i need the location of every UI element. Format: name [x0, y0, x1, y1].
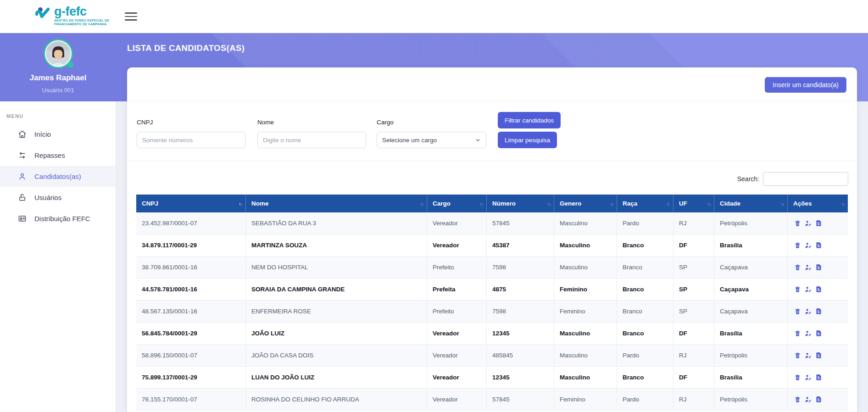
insert-candidate-button[interactable]: Inserir um candidato(a) [765, 77, 846, 93]
clear-search-button[interactable]: Limpar pesquisa [498, 132, 557, 148]
edit-button[interactable] [805, 242, 812, 249]
cell-numero: 45387 [487, 234, 554, 256]
user-role: Usuário 001 [0, 87, 116, 94]
delete-button[interactable] [794, 286, 801, 293]
document-button[interactable] [815, 330, 822, 337]
menu-toggle-button[interactable] [125, 11, 139, 22]
cell-uf: RJ [673, 212, 714, 234]
edit-button[interactable] [805, 308, 812, 315]
cell-cargo: Vereador [427, 323, 487, 345]
delete-button[interactable] [794, 374, 801, 381]
row-actions [788, 323, 848, 345]
edit-button[interactable] [805, 286, 812, 293]
table-search: Search: [737, 172, 848, 186]
column-header[interactable]: CNPJ↑↓ [136, 195, 246, 212]
table-row: 58.896.150/0001-07JOÃO DA CASA DOISVerea… [136, 345, 848, 367]
document-button[interactable] [815, 220, 822, 227]
cell-raca: Branco [617, 278, 673, 301]
user-name: James Raphael [0, 73, 116, 83]
cell-genero: Masculino [554, 367, 617, 389]
document-button[interactable] [815, 242, 822, 249]
sidebar-profile: James Raphael Usuário 001 [0, 33, 116, 101]
cell-nome: ENFERMEIRA ROSE [246, 301, 427, 323]
sort-icon: ↑↓ [610, 200, 613, 207]
delete-button[interactable] [794, 396, 801, 403]
document-button[interactable] [815, 396, 822, 403]
column-header[interactable]: Cidade↑↓ [714, 195, 788, 212]
edit-button[interactable] [805, 330, 812, 337]
cell-cargo: Vereador [427, 389, 487, 411]
column-header[interactable]: Raça↑↓ [617, 195, 673, 212]
column-header[interactable]: Cargo↑↓ [427, 195, 487, 212]
row-actions [788, 278, 848, 301]
delete-icon [794, 286, 801, 293]
id-card-icon [18, 214, 27, 223]
brand-tagline: GESTÃO DO FUNDO ESPECIAL DE FINANCIAMENT… [54, 19, 109, 26]
sidebar-item-distribuicao-fefc[interactable]: Distribuição FEFC [0, 208, 116, 229]
document-button[interactable] [815, 352, 822, 359]
delete-button[interactable] [794, 330, 801, 337]
sidebar-item-repasses[interactable]: Repasses [0, 145, 116, 166]
delete-button[interactable] [794, 352, 801, 359]
content-card: Inserir um candidato(a) CNPJ Nome Cargo … [127, 67, 857, 412]
column-header[interactable]: Nome↑↓ [246, 195, 427, 212]
sidebar-item-candidatos[interactable]: Candidatos(as) [0, 166, 116, 187]
sidebar-item-label: Repasses [34, 151, 65, 159]
sort-icon: ↑↓ [239, 200, 242, 207]
delete-button[interactable] [794, 220, 801, 227]
column-header[interactable]: Ações↑↓ [788, 195, 848, 212]
cell-raca: Pardo [617, 345, 673, 367]
document-button[interactable] [815, 286, 822, 293]
edit-button[interactable] [805, 374, 812, 381]
cell-cargo: Prefeito [427, 256, 487, 278]
edit-button[interactable] [805, 352, 812, 359]
sidebar-item-usuarios[interactable]: Usuários [0, 187, 116, 208]
search-input[interactable] [763, 172, 848, 186]
delete-icon [794, 264, 801, 271]
edit-button[interactable] [805, 264, 812, 271]
edit-button[interactable] [805, 220, 812, 227]
avatar-photo [46, 41, 71, 66]
delete-icon [794, 308, 801, 315]
avatar [44, 39, 73, 68]
sidebar-item-inicio[interactable]: Início [0, 123, 116, 145]
table-section: Search: CNPJ↑↓Nome↑↓Cargo↑↓Número↑↓Gener… [127, 161, 857, 412]
document-button[interactable] [815, 264, 822, 271]
cnpj-input[interactable] [137, 132, 245, 148]
cell-cargo: Prefeito [427, 301, 487, 323]
column-header[interactable]: Genero↑↓ [554, 195, 617, 212]
delete-button[interactable] [794, 264, 801, 271]
delete-button[interactable] [794, 308, 801, 315]
column-header[interactable]: Número↑↓ [487, 195, 554, 212]
delete-icon [794, 374, 801, 381]
cell-raca: Pardo [617, 389, 673, 411]
cell-nome: JOÃO LUIZ [246, 323, 427, 345]
cell-cidade: Petrópolis [714, 345, 788, 367]
row-actions [788, 301, 848, 323]
cargo-select[interactable]: Selecione um cargo [377, 132, 486, 148]
brand-logo[interactable]: g-fefc GESTÃO DO FUNDO ESPECIAL DE FINAN… [35, 5, 109, 26]
document-button[interactable] [815, 374, 822, 381]
table-row: 23.452.987/0001-07SEBASTIÃO DA RUA 3Vere… [136, 212, 848, 234]
sort-icon: ↑↓ [666, 200, 669, 207]
column-header[interactable]: UF↑↓ [673, 195, 714, 212]
delete-icon [794, 352, 801, 359]
filter-candidates-button[interactable]: Filtrar candidados [498, 112, 561, 128]
cell-genero: Masculino [554, 345, 617, 367]
chevron-down-icon [475, 137, 481, 143]
home-icon [18, 130, 27, 139]
edit-icon [805, 242, 812, 249]
cell-genero: Feminino [554, 301, 617, 323]
delete-button[interactable] [794, 242, 801, 249]
document-icon [815, 374, 822, 381]
cell-cnpj: 23.452.987/0001-07 [136, 212, 246, 234]
nome-input[interactable] [257, 132, 366, 148]
sort-icon: ↑↓ [707, 200, 710, 207]
document-button[interactable] [815, 308, 822, 315]
cell-cidade: Petrópolis [714, 389, 788, 411]
cell-nome: JOÃO DA CASA DOIS [246, 345, 427, 367]
brand-mark-icon [35, 6, 51, 23]
document-icon [815, 286, 822, 293]
document-icon [815, 396, 822, 403]
edit-button[interactable] [805, 396, 812, 403]
